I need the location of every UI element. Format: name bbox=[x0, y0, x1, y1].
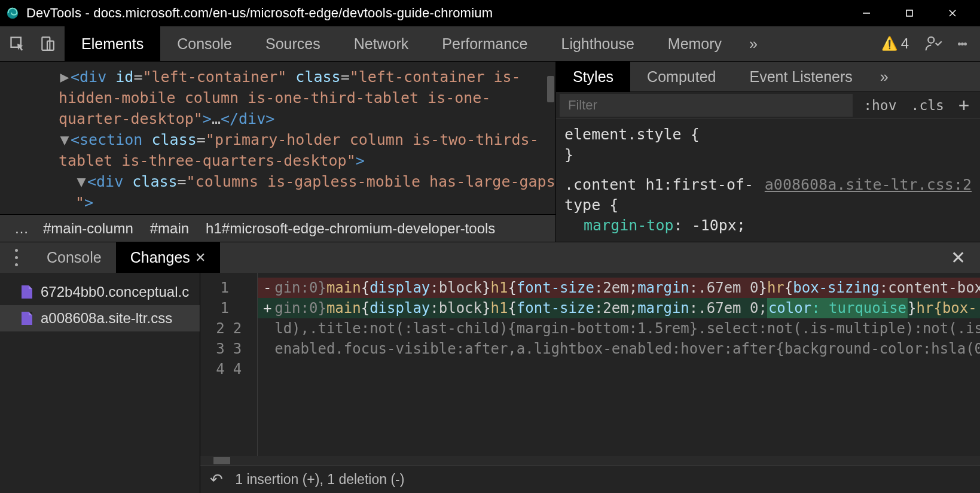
diff-view[interactable]: - gin:0}main{display:block}h1{font-size:… bbox=[258, 273, 980, 456]
cls-toggle[interactable]: .cls bbox=[906, 98, 949, 113]
device-toggle-icon[interactable] bbox=[37, 34, 57, 54]
maximize-button[interactable] bbox=[888, 0, 931, 26]
file-icon bbox=[22, 312, 32, 325]
tab-network[interactable]: Network bbox=[337, 26, 426, 61]
file-icon bbox=[22, 285, 32, 299]
breadcrumb-item[interactable]: #main bbox=[142, 215, 197, 242]
window-title: DevTools - docs.microsoft.com/en-us/micr… bbox=[26, 5, 493, 21]
element-style-open: element.style { bbox=[564, 124, 972, 145]
changed-file-item[interactable]: a008608a.site-ltr.css bbox=[0, 305, 200, 331]
diff-status-bar: ↶ 1 insertion (+), 1 deletion (-) bbox=[200, 465, 980, 493]
warning-count: 4 bbox=[901, 35, 909, 52]
drawer-close-icon[interactable]: ✕ bbox=[936, 247, 980, 268]
warning-icon: ⚠️ bbox=[881, 36, 897, 51]
drawer-tab-label: Changes bbox=[130, 249, 190, 266]
close-button[interactable] bbox=[931, 0, 974, 26]
css-value[interactable]: -10px; bbox=[692, 217, 746, 234]
element-style-close: } bbox=[564, 145, 972, 165]
diff-deleted-line: - gin:0}main{display:block}h1{font-size:… bbox=[258, 278, 980, 298]
breadcrumb-item[interactable]: h1#microsoft-edge-chromium-developer-too… bbox=[197, 215, 503, 242]
revert-icon[interactable]: ↶ bbox=[210, 470, 223, 489]
more-tabs-icon[interactable]: » bbox=[869, 62, 899, 92]
breadcrumb-more[interactable]: … bbox=[8, 220, 35, 237]
drawer-tabs: Console Changes ✕ ✕ bbox=[0, 242, 980, 273]
warnings-indicator[interactable]: ⚠️ 4 bbox=[881, 35, 909, 52]
more-tabs-icon[interactable]: » bbox=[738, 35, 768, 53]
panel-tabs: Elements Console Sources Network Perform… bbox=[65, 26, 738, 61]
elements-tree[interactable]: ▶<div id="left-container" class="left-co… bbox=[0, 62, 555, 214]
attr-class-value: columns is-gapless-mobile has-large-gaps bbox=[196, 173, 555, 190]
diff-summary: 1 insertion (+), 1 deletion (-) bbox=[235, 471, 404, 488]
changed-files-panel: 672b4bb0.conceptual.c a008608a.site-ltr.… bbox=[0, 273, 200, 493]
breadcrumb-item[interactable]: #main-column bbox=[35, 215, 142, 242]
styles-tabs: Styles Computed Event Listeners » bbox=[556, 62, 980, 92]
file-name: a008608a.site-ltr.css bbox=[41, 310, 172, 327]
window-titlebar: DevTools - docs.microsoft.com/en-us/micr… bbox=[0, 0, 980, 26]
edge-app-icon bbox=[6, 7, 19, 20]
rule-selector: .content h1:first-of-type { bbox=[564, 176, 753, 214]
css-property[interactable]: margin-top bbox=[584, 217, 674, 234]
tab-styles[interactable]: Styles bbox=[556, 62, 630, 92]
tab-memory[interactable]: Memory bbox=[651, 26, 738, 61]
drawer-tab-changes[interactable]: Changes ✕ bbox=[116, 242, 220, 273]
tab-performance[interactable]: Performance bbox=[425, 26, 544, 61]
tab-computed[interactable]: Computed bbox=[630, 62, 732, 92]
tab-lighthouse[interactable]: Lighthouse bbox=[544, 26, 651, 61]
drawer-tab-console[interactable]: Console bbox=[32, 242, 116, 273]
file-name: 672b4bb0.conceptual.c bbox=[41, 284, 189, 300]
attr-id-value: left-container bbox=[152, 68, 278, 86]
settings-menu-icon[interactable] bbox=[958, 41, 967, 47]
hov-toggle[interactable]: :hov bbox=[859, 98, 901, 113]
close-icon[interactable]: ✕ bbox=[195, 250, 206, 266]
source-link[interactable]: a008608a.site-ltr.css:2 bbox=[765, 175, 972, 195]
diff-added-line: + gin:0}main{display:block}h1{font-size:… bbox=[258, 298, 980, 318]
main-toolbar: Elements Console Sources Network Perform… bbox=[0, 26, 980, 62]
horizontal-scrollbar[interactable] bbox=[200, 456, 980, 465]
tab-sources[interactable]: Sources bbox=[249, 26, 337, 61]
styles-rules[interactable]: element.style { } a008608a.site-ltr.css:… bbox=[556, 118, 980, 242]
svg-rect-6 bbox=[42, 37, 50, 50]
inspect-element-icon[interactable] bbox=[7, 34, 28, 54]
drawer-menu-icon[interactable] bbox=[0, 248, 32, 267]
minimize-button[interactable] bbox=[845, 0, 888, 26]
tab-event-listeners[interactable]: Event Listeners bbox=[732, 62, 869, 92]
feedback-icon[interactable] bbox=[924, 35, 942, 53]
diff-context-line: enabled.focus-visible:after,a.lightbox-e… bbox=[258, 339, 980, 359]
expand-open-icon[interactable]: ▼ bbox=[75, 171, 87, 192]
svg-point-8 bbox=[928, 37, 934, 43]
styles-filter-input[interactable] bbox=[560, 94, 853, 117]
diff-context-line: ld),.title:not(:last-child){margin-botto… bbox=[258, 318, 980, 339]
tab-console[interactable]: Console bbox=[160, 26, 249, 61]
breadcrumb: … #main-column #main h1#microsoft-edge-c… bbox=[0, 214, 555, 242]
scrollbar-thumb[interactable] bbox=[547, 76, 554, 102]
expand-open-icon[interactable]: ▼ bbox=[59, 129, 71, 150]
svg-rect-2 bbox=[906, 10, 912, 16]
svg-rect-7 bbox=[47, 41, 54, 50]
new-style-rule-button[interactable]: + bbox=[954, 95, 974, 115]
tab-elements[interactable]: Elements bbox=[65, 26, 160, 61]
changed-file-item[interactable]: 672b4bb0.conceptual.c bbox=[0, 279, 200, 305]
expand-collapsed-icon[interactable]: ▶ bbox=[59, 66, 71, 87]
line-gutter: 1 1 22 33 44 bbox=[200, 273, 258, 456]
